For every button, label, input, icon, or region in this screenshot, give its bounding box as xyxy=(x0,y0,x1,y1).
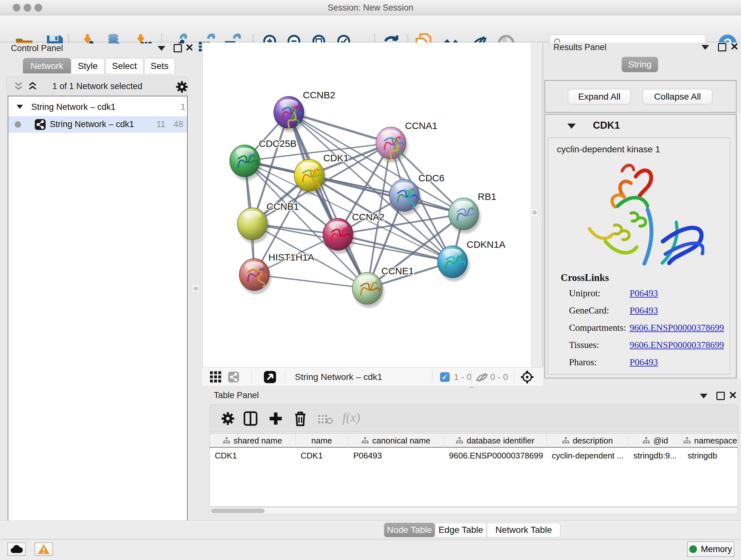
network-edge-count: 48 xyxy=(174,119,183,129)
results-panel-float-icon[interactable] xyxy=(718,43,726,51)
status-bar: Memory xyxy=(0,540,741,560)
memory-button[interactable]: Memory xyxy=(687,542,734,557)
selected-items-checkbox-icon[interactable]: ✓ xyxy=(440,372,450,382)
table-panel-float-icon[interactable] xyxy=(717,392,725,400)
selected-items-count: 1 - 0 xyxy=(454,372,472,382)
tab-edge-table[interactable]: Edge Table xyxy=(435,523,487,537)
table-cell[interactable]: 9606.ENSP00000378699 xyxy=(444,449,547,462)
node-label-CDC25B: CDC25B xyxy=(259,138,296,149)
column-header-description[interactable]: description xyxy=(547,434,628,448)
column-header-namespace[interactable]: namespace xyxy=(683,434,738,448)
crosslink-link[interactable]: 9606.ENSP00000378699 xyxy=(630,340,724,350)
protein-description: cyclin-dependent kinase 1 xyxy=(557,144,660,154)
table-cell[interactable]: CDK1 xyxy=(210,449,295,462)
tab-select[interactable]: Select xyxy=(105,58,144,73)
collapse-all-button[interactable]: Collapse All xyxy=(643,89,712,105)
overview-splitter-strip xyxy=(530,43,543,367)
network-view-icon[interactable] xyxy=(228,371,239,383)
results-panel: Results Panel ✕ String Expand All Collap… xyxy=(544,43,741,388)
network-collection-row[interactable]: String Network – cdk1 1 xyxy=(8,99,187,116)
network-node-CCNA1[interactable] xyxy=(376,127,408,163)
protein-collapse-caret-icon[interactable] xyxy=(567,124,576,129)
delete-table-icon[interactable] xyxy=(318,414,333,425)
column-header-database-identifier[interactable]: database identifier xyxy=(444,434,547,448)
crosslink-link[interactable]: 9606.ENSP00000378699 xyxy=(630,322,724,333)
column-header-name[interactable]: name xyxy=(295,434,348,448)
grid-view-icon[interactable] xyxy=(210,371,221,383)
table-horizontal-scrollbar[interactable] xyxy=(209,507,738,514)
tab-sets[interactable]: Sets xyxy=(144,58,175,73)
hidden-items-eye-icon[interactable] xyxy=(475,372,488,382)
tab-style[interactable]: Style xyxy=(71,58,105,73)
table-cell[interactable]: CDK1 xyxy=(295,449,348,462)
protein-details: cyclin-dependent kinase 1 xyxy=(548,138,730,374)
table-panel-float-menu-icon[interactable] xyxy=(700,394,708,398)
node-label-CCNA1: CCNA1 xyxy=(405,120,437,131)
hidden-items-count: 0 - 0 xyxy=(490,372,508,382)
column-header-shared-name[interactable]: shared name xyxy=(210,434,295,448)
cloud-icon xyxy=(10,545,23,554)
results-panel-title: Results Panel xyxy=(553,43,607,52)
cloud-status-button[interactable] xyxy=(7,543,26,556)
tab-node-table[interactable]: Node Table xyxy=(384,523,435,537)
tab-string[interactable]: String xyxy=(622,57,658,72)
network-canvas[interactable]: CCNB2CCNA1CDC25BCDK1CDC6RB1CCNB1CCNA2CDK… xyxy=(202,43,530,367)
table-header-row: shared namenamecanonical namedatabase id… xyxy=(210,434,738,448)
column-header--id[interactable]: @id xyxy=(628,434,683,448)
network-node-CCNB2[interactable] xyxy=(274,97,306,132)
attribute-table[interactable]: shared namenamecanonical namedatabase id… xyxy=(209,433,738,507)
network-node-CDK1[interactable] xyxy=(294,159,326,195)
warning-status-button[interactable] xyxy=(35,543,53,556)
table-options-gear-icon[interactable] xyxy=(221,412,234,425)
network-options-gear-icon[interactable] xyxy=(176,81,188,93)
results-panel-close-icon[interactable]: ✕ xyxy=(730,43,739,51)
results-scrollbar[interactable] xyxy=(737,114,741,378)
crosslink-label: Tissues: xyxy=(569,340,599,350)
scrollbar-thumb[interactable] xyxy=(211,509,265,513)
network-node-CDC25B[interactable] xyxy=(230,145,262,180)
network-row-selected[interactable]: String Network – cdk1 11 48 xyxy=(8,116,187,133)
network-node-CDKN1A[interactable] xyxy=(437,246,469,281)
toolbar-divider xyxy=(514,370,514,383)
crosslink-link[interactable]: P06493 xyxy=(630,357,658,368)
table-panel-close-icon[interactable]: ✕ xyxy=(729,391,737,399)
column-type-icon xyxy=(683,437,691,444)
node-label-CDK1: CDK1 xyxy=(323,152,349,163)
network-node-HIST1H1A[interactable] xyxy=(239,259,271,294)
network-node-CDC6[interactable] xyxy=(389,179,421,215)
overview-splitter-handle[interactable] xyxy=(531,208,538,216)
crosslink-link[interactable]: P06493 xyxy=(630,288,658,299)
control-panel-float-icon[interactable] xyxy=(174,44,182,52)
network-node-CCNE1[interactable] xyxy=(352,272,384,308)
control-panel-title: Control Panel xyxy=(11,44,63,53)
network-collection-label: String Network – cdk1 xyxy=(31,102,116,112)
column-header-canonical-name[interactable]: canonical name xyxy=(348,434,444,448)
function-builder-icon[interactable]: f(x) xyxy=(342,410,360,425)
crosslink-link[interactable]: P06493 xyxy=(630,305,658,316)
table-cell[interactable]: stringdb:9... xyxy=(628,449,683,462)
node-label-CCNE1: CCNE1 xyxy=(381,266,414,276)
memory-status-dot-icon xyxy=(689,545,697,553)
tab-network[interactable]: Network xyxy=(23,58,71,73)
left-splitter-handle[interactable] xyxy=(192,285,199,292)
tab-network-table[interactable]: Network Table xyxy=(487,523,561,537)
table-cell[interactable]: stringdb xyxy=(683,449,738,462)
network-node-CCNA2[interactable] xyxy=(323,219,355,254)
table-cell[interactable]: cyclin-dependent ... xyxy=(547,449,628,462)
table-cell[interactable]: P06493 xyxy=(348,449,444,462)
node-label-CCNB1: CCNB1 xyxy=(266,201,299,212)
column-type-icon xyxy=(456,437,463,444)
expand-all-button[interactable]: Expand All xyxy=(568,89,630,105)
column-type-icon xyxy=(643,437,650,444)
network-node-RB1[interactable] xyxy=(449,198,481,233)
results-panel-float-menu-icon[interactable] xyxy=(701,45,709,50)
toolbar-divider xyxy=(285,370,285,383)
birds-eye-crosshair-icon[interactable] xyxy=(520,370,534,384)
create-column-plus-icon[interactable] xyxy=(268,411,283,426)
column-type-icon xyxy=(223,437,230,444)
delete-column-trash-icon[interactable] xyxy=(293,411,307,427)
show-columns-icon[interactable] xyxy=(244,411,258,426)
control-panel-close-icon[interactable]: ✕ xyxy=(185,44,194,52)
detach-view-icon[interactable] xyxy=(264,371,276,383)
control-panel-float-menu-icon[interactable] xyxy=(158,46,165,51)
